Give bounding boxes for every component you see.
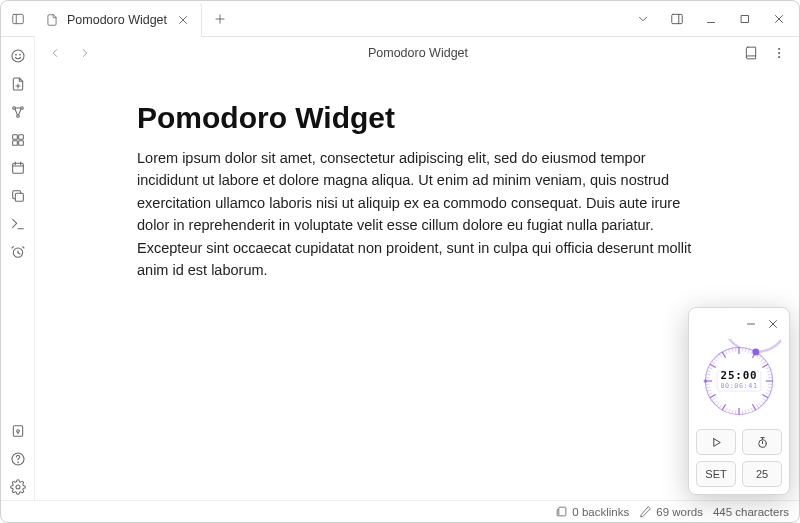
breadcrumb[interactable]: Pomodoro Widget [103, 46, 733, 60]
svg-rect-0 [13, 14, 24, 23]
svg-point-43 [778, 57, 779, 58]
tab-dropdown-button[interactable] [627, 5, 659, 33]
window-maximize-button[interactable] [729, 5, 761, 33]
page-body: Lorem ipsum dolor sit amet, consectetur … [137, 147, 697, 282]
svg-line-33 [12, 247, 13, 248]
more-menu-icon[interactable] [767, 41, 791, 65]
svg-rect-28 [15, 193, 23, 201]
rail-calendar-icon[interactable] [5, 155, 31, 181]
rail-copy-icon[interactable] [5, 183, 31, 209]
window-close-button[interactable] [763, 5, 795, 33]
title-bar: Pomodoro Widget [1, 1, 799, 37]
pomodoro-stopwatch-button[interactable] [742, 429, 782, 455]
status-characters[interactable]: 445 characters [713, 506, 789, 518]
svg-marker-114 [713, 438, 720, 446]
tab-close-button[interactable] [175, 12, 191, 28]
tab-title: Pomodoro Widget [67, 13, 167, 27]
pomodoro-set-button[interactable]: SET [696, 461, 736, 487]
svg-rect-6 [672, 14, 683, 23]
pomodoro-clock-face: 25:0000:06:41 [696, 339, 782, 423]
rail-smile-icon[interactable] [5, 43, 31, 69]
svg-rect-9 [742, 15, 749, 22]
file-icon [45, 13, 59, 27]
new-tab-button[interactable] [206, 5, 234, 33]
svg-point-14 [19, 54, 20, 55]
editor-toolbar: Pomodoro Widget [35, 37, 799, 69]
left-panel-toggle-icon[interactable] [5, 6, 31, 32]
svg-point-40 [16, 485, 20, 489]
svg-point-41 [778, 48, 779, 49]
rail-alarm-icon[interactable] [5, 239, 31, 265]
rail-settings-icon[interactable] [5, 474, 31, 500]
pomodoro-minutes-button[interactable]: 25 [742, 461, 782, 487]
svg-text:25:00: 25:00 [720, 369, 757, 382]
rail-new-note-icon[interactable] [5, 71, 31, 97]
nav-back-button[interactable] [43, 41, 67, 65]
rail-graph-icon[interactable] [5, 99, 31, 125]
svg-point-42 [778, 52, 779, 53]
status-words[interactable]: 69 words [639, 505, 703, 518]
svg-rect-23 [18, 141, 23, 146]
window-controls [627, 5, 799, 33]
pomodoro-minimize-button[interactable] [742, 315, 760, 333]
right-panel-toggle-icon[interactable] [661, 5, 693, 33]
svg-point-12 [12, 50, 24, 62]
page-title: Pomodoro Widget [137, 101, 697, 135]
pomodoro-close-button[interactable] [764, 315, 782, 333]
nav-forward-button[interactable] [73, 41, 97, 65]
svg-rect-44 [559, 507, 566, 516]
pomodoro-play-button[interactable] [696, 429, 736, 455]
pomodoro-widget[interactable]: 25:0000:06:41 SET 25 [688, 307, 790, 495]
svg-rect-24 [12, 163, 23, 173]
svg-rect-20 [12, 135, 17, 140]
svg-rect-21 [18, 135, 23, 140]
left-rail [1, 37, 35, 500]
rail-terminal-icon[interactable] [5, 211, 31, 237]
svg-point-39 [17, 462, 18, 463]
svg-line-32 [18, 253, 20, 254]
window-minimize-button[interactable] [695, 5, 727, 33]
rail-vault-icon[interactable] [5, 418, 31, 444]
svg-line-34 [22, 247, 23, 248]
rail-grid-icon[interactable] [5, 127, 31, 153]
svg-point-13 [15, 54, 16, 55]
status-backlinks[interactable]: 0 backlinks [555, 505, 629, 518]
svg-rect-22 [12, 141, 17, 146]
svg-point-109 [752, 349, 759, 356]
svg-text:00:06:41: 00:06:41 [720, 382, 757, 390]
svg-point-110 [704, 379, 708, 383]
tab-pomodoro-widget[interactable]: Pomodoro Widget [35, 1, 202, 37]
svg-rect-35 [13, 426, 22, 437]
status-bar: 0 backlinks 69 words 445 characters [1, 500, 799, 522]
document-area[interactable]: Pomodoro Widget Lorem ipsum dolor sit am… [35, 69, 799, 500]
reading-mode-icon[interactable] [739, 41, 763, 65]
rail-help-icon[interactable] [5, 446, 31, 472]
